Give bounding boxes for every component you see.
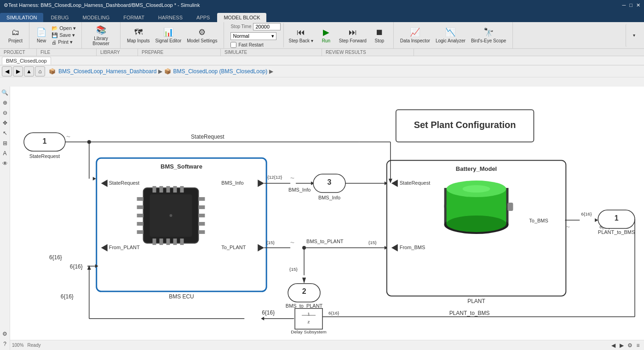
bottom-scroll-left[interactable]: ◀ (609, 341, 617, 350)
nav-up-btn[interactable]: ▲ (24, 66, 34, 76)
svg-text:BMS_Info: BMS_Info (221, 180, 243, 186)
svg-rect-40 (198, 222, 205, 226)
nav-back-btn[interactable]: ◀ (2, 66, 12, 76)
tab-harness[interactable]: HARNESS (152, 13, 189, 22)
save-button[interactable]: 💾 Save ▾ (50, 32, 78, 39)
svg-text:BMS_Info: BMS_Info (288, 187, 310, 192)
svg-point-89 (447, 216, 506, 232)
expand-icon: ▾ (633, 33, 635, 38)
menu-tabs: SIMULATION DEBUG MODELING FORMAT HARNESS… (0, 10, 644, 22)
breadcrumb-model[interactable]: BMS_ClosedLoop (BMS_ClosedLoop) (173, 68, 267, 75)
signal-editor-button[interactable]: 📊 Signal Editor (153, 24, 184, 47)
tab-modeling[interactable]: MODELING (76, 13, 116, 22)
svg-text:〜: 〜 (66, 134, 70, 139)
open-save-print-group: 📂 Open ▾ 💾 Save ▾ 🖨 Print ▾ (50, 25, 78, 46)
library-browser-button[interactable]: 📚 Library Browser (86, 24, 116, 47)
project-button[interactable]: 🗂 Project (6, 24, 25, 47)
fast-restart-checkbox[interactable] (230, 42, 236, 48)
select-btn[interactable]: ↖ (1, 129, 9, 137)
step-forward-button[interactable]: ⏭ Step Forward (336, 24, 369, 47)
svg-point-91 (463, 185, 490, 192)
close-btn[interactable]: ✕ (636, 2, 640, 8)
model-tab-bms[interactable]: BMS_ClosedLoop (2, 57, 51, 64)
svg-text:BMS ECU: BMS ECU (169, 293, 194, 300)
svg-point-42 (169, 214, 172, 217)
zoom-fit-btn[interactable]: 🔍 (1, 88, 9, 97)
zoom-in-btn[interactable]: ⊕ (1, 99, 9, 107)
pan-btn[interactable]: ✥ (1, 119, 9, 127)
canvas[interactable]: 1 StateRequest 〜 StateRequest BMS_Softwa… (10, 87, 644, 340)
svg-text:Delay Subsystem: Delay Subsystem (291, 329, 327, 334)
toolbar: 🗂 Project 📄 New 📂 Open ▾ 💾 Save ▾ 🖨 Prin… (0, 22, 644, 49)
tab-simulation[interactable]: SIMULATION (0, 13, 43, 22)
minimize-btn[interactable]: ─ (622, 2, 626, 8)
title-icon: ⚙ (4, 2, 8, 8)
tab-format[interactable]: FORMAT (117, 13, 151, 22)
zoom-out-btn[interactable]: ⊖ (1, 109, 9, 117)
logic-analyzer-button[interactable]: 📉 Logic Analyzer (433, 24, 468, 47)
bottom-tool2[interactable]: ≡ (634, 341, 642, 350)
tab-apps[interactable]: APPS (190, 13, 216, 22)
open-button[interactable]: 📂 Open ▾ (50, 25, 78, 32)
run-button[interactable]: ▶ Run (318, 24, 334, 47)
svg-text:2: 2 (302, 287, 306, 295)
project-icon: 🗂 (12, 28, 20, 37)
sample-time: Ready (28, 343, 41, 348)
birds-eye-icon: 🔭 (483, 27, 494, 37)
svg-rect-23 (160, 186, 163, 192)
map-inputs-button[interactable]: 🗺 Map Inputs (124, 24, 152, 47)
annotation-btn[interactable]: A (1, 149, 9, 158)
nav-forward-btn[interactable]: ▶ (13, 66, 23, 76)
dropdown-arrow-icon: ▾ (271, 33, 274, 39)
breadcrumb-end: ▶ (269, 68, 273, 75)
toolbar-expand-button[interactable]: ▾ (626, 24, 642, 47)
data-inspector-button[interactable]: 📈 Data Inspector (397, 24, 433, 47)
mode-dropdown[interactable]: Normal ▾ (230, 32, 276, 40)
svg-rect-28 (160, 239, 163, 245)
bottom-toolbar: 100% Ready ◀ ▶ ⚙ ≡ (10, 340, 644, 350)
properties-btn[interactable]: ⚙ (1, 330, 9, 338)
stop-icon: ⏹ (375, 28, 384, 37)
toolbar-prepare-group: 🗺 Map Inputs 📊 Signal Editor ⚙ Model Set… (121, 22, 224, 48)
step-back-button[interactable]: ⏮ Step Back ▾ (286, 24, 316, 47)
svg-text:{15}: {15} (266, 240, 275, 245)
new-button[interactable]: 📄 New (33, 24, 50, 47)
svg-rect-22 (153, 186, 156, 192)
section-library: LIBRARY (97, 49, 138, 56)
help-btn[interactable]: ? (1, 340, 9, 348)
svg-rect-36 (137, 230, 144, 234)
stop-button[interactable]: ⏹ Stop (371, 24, 388, 47)
svg-text:PLANT_to_BMS: PLANT_to_BMS (449, 310, 490, 316)
print-button[interactable]: 🖨 Print ▾ (50, 39, 78, 46)
nav-home-btn[interactable]: ⌂ (35, 66, 45, 76)
library-icon: 📚 (96, 25, 106, 35)
svg-text:To_PLANT: To_PLANT (221, 245, 246, 250)
svg-text:StateRequest: StateRequest (191, 134, 224, 140)
svg-text:Set Plant Configuration: Set Plant Configuration (414, 120, 516, 130)
tab-model-block[interactable]: MODEL BLOCK (217, 13, 266, 22)
svg-text:z: z (308, 319, 310, 324)
breadcrumb-harness[interactable]: BMS_ClosedLoop_Harness_Dashboard (58, 68, 156, 75)
print-icon: 🖨 (52, 40, 57, 45)
svg-text:6{16}: 6{16} (70, 263, 83, 270)
bottom-scroll-right[interactable]: ▶ (617, 341, 626, 350)
step-forward-icon: ⏭ (349, 28, 357, 37)
model-settings-button[interactable]: ⚙ Model Settings (184, 24, 220, 47)
connect-btn[interactable]: ⊞ (1, 139, 9, 147)
logic-analyzer-icon: 📉 (445, 27, 455, 37)
svg-text:〜: 〜 (290, 176, 294, 181)
map-inputs-icon: 🗺 (134, 28, 143, 37)
toolbar-simulate-group: Stop Time Normal ▾ Fast Restart ⏮ Step B… (224, 22, 393, 48)
svg-rect-39 (198, 214, 205, 217)
svg-text:1: 1 (42, 137, 46, 145)
bottom-tool1[interactable]: ⚙ (626, 341, 634, 350)
stop-time-input[interactable] (253, 23, 281, 30)
birds-eye-button[interactable]: 🔭 Bird's-Eye Scope (468, 24, 509, 47)
svg-text:{12{12}: {12{12} (267, 175, 282, 180)
tab-debug[interactable]: DEBUG (44, 13, 75, 22)
hide-names-btn[interactable]: 👁 (1, 159, 9, 168)
sim-controls: Stop Time Normal ▾ Fast Restart (228, 23, 284, 47)
maximize-btn[interactable]: □ (629, 2, 632, 8)
svg-text:6{16}: 6{16} (49, 254, 62, 261)
svg-text:StateRequest: StateRequest (29, 153, 60, 159)
